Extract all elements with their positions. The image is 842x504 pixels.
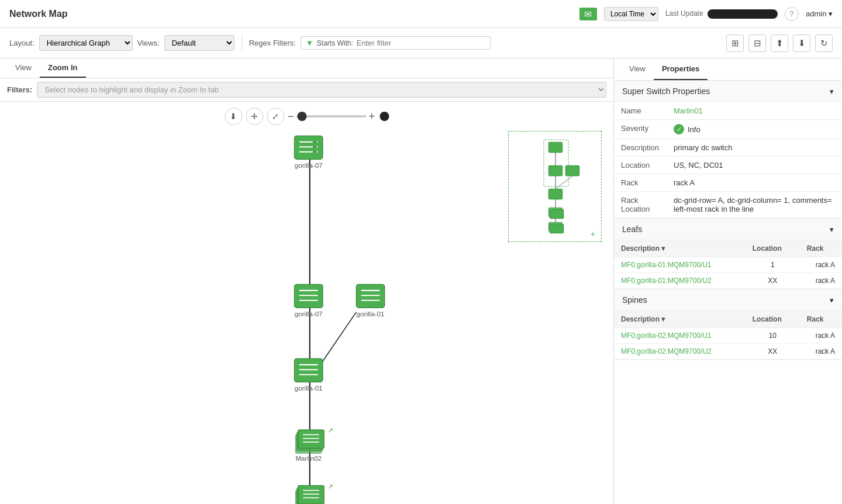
filter-input[interactable] bbox=[357, 39, 485, 47]
leafs-header[interactable]: Leafs ▾ bbox=[614, 219, 842, 240]
topbar: Network Map Local Time UTC Last Update ?… bbox=[0, 0, 842, 28]
spine-desc[interactable]: MF0;gorilla-02:MQM9700/U1 bbox=[614, 328, 746, 344]
leafs-col-rack: Rack bbox=[800, 240, 842, 257]
zoom-circle bbox=[379, 112, 389, 121]
list-item: MF0;gorilla-01:MQM9700/U2 XX rack A bbox=[614, 273, 842, 289]
prop-row-severity: Severity ✓ Info bbox=[614, 120, 842, 139]
spines-col-desc[interactable]: Description ▾ bbox=[614, 311, 746, 328]
svg-text:gorilla-07: gorilla-07 bbox=[295, 310, 323, 317]
spines-section: Spines ▾ Description ▾ Location Rack MF0… bbox=[614, 289, 842, 360]
right-tab-properties[interactable]: Properties bbox=[654, 58, 708, 80]
spine-rack: rack A bbox=[800, 328, 842, 344]
leaf-location: 1 bbox=[746, 257, 800, 273]
name-link[interactable]: Marlin01 bbox=[674, 106, 703, 115]
spine-rack: rack A bbox=[800, 344, 842, 360]
leafs-title: Leafs bbox=[622, 225, 642, 234]
zoom-thumb[interactable] bbox=[298, 112, 307, 121]
email-icon[interactable] bbox=[579, 8, 597, 20]
svg-rect-49 bbox=[550, 224, 564, 233]
prop-name-label: Name bbox=[614, 102, 667, 120]
graph-tabs: View Zoom In bbox=[0, 58, 613, 78]
svg-text:gorilla-01: gorilla-01 bbox=[295, 384, 323, 392]
node-gorilla01-right[interactable]: gorilla-01 bbox=[356, 284, 385, 317]
tab-view[interactable]: View bbox=[7, 58, 40, 78]
prop-rack-value: rack A bbox=[667, 174, 842, 192]
zoom-minus-icon[interactable]: − bbox=[288, 111, 294, 123]
refresh-icon[interactable]: ↻ bbox=[815, 34, 833, 52]
super-switch-section: Super Switch Properties ▾ Name Marlin01 … bbox=[614, 81, 842, 219]
leaf-desc[interactable]: MF0;gorilla-01:MQM9700/U1 bbox=[614, 257, 746, 273]
right-tab-view[interactable]: View bbox=[621, 58, 654, 80]
leafs-table: Description ▾ Location Rack MF0;gorilla-… bbox=[614, 240, 842, 289]
svg-rect-35 bbox=[298, 485, 324, 504]
prop-desc-label: Description bbox=[614, 139, 667, 157]
svg-rect-41 bbox=[548, 142, 563, 153]
fit-map-icon[interactable]: ⊟ bbox=[748, 34, 766, 52]
spine-location: XX bbox=[746, 344, 800, 360]
super-switch-header[interactable]: Super Switch Properties ▾ bbox=[614, 81, 842, 102]
minimap-svg: + bbox=[509, 132, 602, 242]
node-marlin02[interactable]: ↗ Marlin02 bbox=[295, 426, 333, 462]
svg-rect-43 bbox=[565, 165, 579, 176]
toolbar-separator bbox=[241, 34, 242, 52]
leafs-section: Leafs ▾ Description ▾ Location Rack MF0;… bbox=[614, 219, 842, 289]
leafs-col-loc: Location bbox=[746, 240, 800, 257]
prop-row-description: Description primary dc switch bbox=[614, 139, 842, 157]
leaf-rack: rack A bbox=[800, 273, 842, 289]
fit-graph-btn[interactable]: ⤢ bbox=[267, 108, 284, 125]
app-title: Network Map bbox=[9, 9, 68, 19]
prop-rackloc-value: dc-grid-row= A, dc-grid-column= 1, comme… bbox=[667, 192, 842, 218]
admin-menu[interactable]: admin ▾ bbox=[806, 9, 833, 18]
tab-zoom-in[interactable]: Zoom In bbox=[40, 58, 86, 78]
super-switch-table: Name Marlin01 Severity ✓ Info bbox=[614, 102, 842, 218]
prop-name-value: Marlin01 bbox=[667, 102, 842, 120]
node-filter-select[interactable]: Select nodes to highlight and display in… bbox=[37, 82, 606, 98]
spines-title: Spines bbox=[622, 295, 647, 305]
node-gorilla01-center[interactable]: gorilla-01 bbox=[294, 358, 323, 392]
download-icon[interactable]: ⬇ bbox=[793, 34, 810, 52]
main-layout: View Zoom In Filters: Select nodes to hi… bbox=[0, 58, 842, 504]
zoom-track[interactable] bbox=[296, 115, 367, 118]
filters-label: Filters: bbox=[7, 85, 32, 94]
spine-desc[interactable]: MF0;gorilla-02:MQM9700/U2 bbox=[614, 344, 746, 360]
zoom-plus-icon[interactable]: + bbox=[369, 111, 375, 123]
fit-icon[interactable]: ⊞ bbox=[726, 34, 744, 52]
svg-text:Marlin02: Marlin02 bbox=[295, 454, 322, 462]
prop-row-name: Name Marlin01 bbox=[614, 102, 842, 120]
topbar-right: Local Time UTC Last Update ? admin ▾ bbox=[579, 7, 833, 21]
views-select[interactable]: Default Custom bbox=[164, 35, 234, 51]
right-panel: View Properties Super Switch Properties … bbox=[614, 58, 842, 504]
download-graph-btn[interactable]: ⬇ bbox=[225, 108, 242, 125]
prop-row-rack: Rack rack A bbox=[614, 174, 842, 192]
spines-chevron: ▾ bbox=[830, 296, 834, 305]
node-gorilla07-mid[interactable]: gorilla-07 bbox=[294, 284, 323, 317]
list-item: MF0;gorilla-01:MQM9700/U1 1 rack A bbox=[614, 257, 842, 273]
minimap: + bbox=[508, 131, 602, 242]
spines-header[interactable]: Spines ▾ bbox=[614, 289, 842, 311]
regex-filter-wrap: ▼ Starts With: bbox=[301, 36, 491, 50]
filter-icon: ▼ bbox=[306, 39, 313, 47]
node-bottom[interactable]: ↗ bbox=[295, 482, 333, 504]
time-select[interactable]: Local Time UTC bbox=[604, 7, 658, 21]
leaf-desc[interactable]: MF0;gorilla-01:MQM9700/U2 bbox=[614, 273, 746, 289]
upload-icon[interactable]: ⬆ bbox=[771, 34, 788, 52]
svg-rect-45 bbox=[548, 189, 563, 199]
graph-controls: ⬇ ✛ ⤢ − + bbox=[225, 108, 389, 125]
last-update-label: Last Update bbox=[665, 9, 778, 19]
svg-rect-27 bbox=[298, 430, 324, 448]
help-button[interactable]: ? bbox=[785, 7, 799, 21]
leafs-col-desc[interactable]: Description ▾ bbox=[614, 240, 746, 257]
move-graph-btn[interactable]: ✛ bbox=[246, 108, 263, 125]
list-item: MF0;gorilla-02:MQM9700/U2 XX rack A bbox=[614, 344, 842, 360]
prop-rackloc-label: Rack Location bbox=[614, 192, 667, 218]
prop-loc-value: US, NC, DC01 bbox=[667, 157, 842, 174]
starts-with-label: Starts With: bbox=[317, 39, 353, 47]
leafs-header-row: Description ▾ Location Rack bbox=[614, 240, 842, 257]
node-gorilla07-top[interactable]: gorilla-07 bbox=[294, 136, 323, 169]
leaf-location: XX bbox=[746, 273, 800, 289]
spines-table: Description ▾ Location Rack MF0;gorilla-… bbox=[614, 311, 842, 360]
svg-text:↗: ↗ bbox=[327, 482, 333, 490]
svg-text:gorilla-01: gorilla-01 bbox=[357, 310, 385, 317]
layout-select[interactable]: Hierarchical Graph Force Directed Circul… bbox=[39, 35, 133, 51]
toolbar-actions: ⊞ ⊟ ⬆ ⬇ ↻ bbox=[726, 34, 833, 52]
